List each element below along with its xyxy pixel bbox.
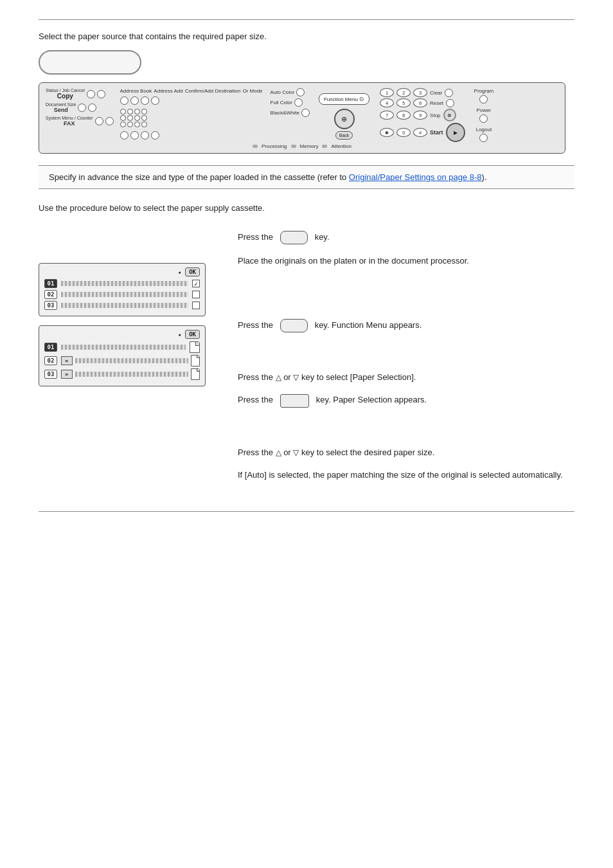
status-label: Status / Job Cancel	[46, 88, 85, 93]
lcd1-row1-check: ✓	[192, 280, 200, 287]
lcd2-diamond-icon: ⬥	[178, 331, 181, 338]
send-circle1[interactable]	[78, 104, 86, 112]
lcd2-ok-btn[interactable]: OK	[185, 330, 200, 339]
lcd2-topbar: ⬥ OK	[44, 330, 200, 339]
back-btn-panel[interactable]: Back	[335, 132, 353, 138]
lcd2-row3-docicon	[191, 368, 200, 380]
procedure-section: ⬥ OK 01 ✓ 02 03	[39, 224, 574, 492]
lcd1-topbar: ⬥ OK	[44, 267, 200, 276]
copy-circle2[interactable]	[97, 90, 105, 98]
confirm-add-label: Confirm/Add Destination	[185, 88, 241, 94]
step7-text: If [Auto] is selected, the paper matchin…	[238, 469, 574, 482]
start-btn[interactable]: ▶	[446, 123, 465, 142]
logout-label: Logout	[476, 127, 492, 132]
sub-btn12[interactable]	[141, 122, 147, 127]
clear-label: Clear	[430, 90, 442, 96]
lcd1-diamond-icon: ⬥	[178, 269, 181, 275]
sub-btn7[interactable]	[134, 115, 140, 121]
lcd2-row3-badge: 03	[44, 370, 57, 379]
program-btn[interactable]	[479, 95, 488, 104]
program-label: Program	[474, 88, 494, 94]
addr-btn3[interactable]	[141, 96, 149, 105]
led-attention	[322, 145, 327, 148]
sub-btn10[interactable]	[127, 122, 133, 127]
fax-label: FAX	[64, 120, 75, 127]
logout-btn[interactable]	[479, 134, 488, 142]
lcd1-ok-btn[interactable]: OK	[185, 267, 200, 276]
func-menu-label: Function Menu	[324, 96, 358, 102]
step3-after: key. Function Menu appears.	[315, 320, 422, 330]
key-4[interactable]: 4	[380, 98, 394, 107]
key-9[interactable]: 9	[413, 111, 427, 120]
lcd2-row3-icon: ≡	[61, 370, 73, 379]
reset-btn[interactable]	[446, 99, 454, 107]
clear-btn[interactable]	[445, 89, 453, 97]
key-1[interactable]: 1	[380, 88, 394, 97]
step3-key	[280, 319, 308, 332]
sub-btn8[interactable]	[141, 115, 147, 121]
key-6[interactable]: 6	[413, 98, 427, 107]
sub-btn1[interactable]	[120, 109, 126, 114]
row3-btn1[interactable]	[120, 131, 129, 140]
intro-text: Select the paper source that contains th…	[39, 32, 574, 41]
procedure-intro: Use the procedure below to select the pa…	[39, 203, 574, 213]
tri-down2-icon: ▽	[293, 448, 299, 457]
led-memory	[291, 145, 296, 148]
key-3[interactable]: 3	[413, 88, 427, 97]
send-circle2[interactable]	[88, 104, 96, 112]
sub-btn11[interactable]	[134, 122, 140, 127]
lcd-screen-1: ⬥ OK 01 ✓ 02 03	[39, 263, 206, 316]
addr-btn2[interactable]	[130, 96, 139, 105]
lcd2-row2-docicon	[191, 355, 200, 366]
power-btn[interactable]	[479, 114, 488, 123]
addr-btn4[interactable]	[151, 96, 159, 105]
memory-label: Memory	[300, 143, 319, 149]
autoclr-label: Auto Color	[271, 89, 295, 95]
step-4: Press the △ or ▽ key to select [Paper Se…	[238, 371, 574, 384]
bw-label: Black&White	[271, 110, 299, 116]
lcd1-row1-badge: 01	[44, 279, 57, 288]
fax-circle2[interactable]	[105, 117, 114, 125]
row3-btn3[interactable]	[141, 131, 149, 140]
stop-btn[interactable]: ⊗	[443, 109, 456, 122]
lcd2-row2-icon: ≡	[61, 356, 73, 365]
copy-circle1[interactable]	[87, 90, 95, 98]
address-add-label: Address Add	[154, 88, 182, 94]
fax-circle1[interactable]	[95, 117, 103, 125]
step-1: Press the key.	[238, 231, 574, 244]
sub-btn4[interactable]	[141, 109, 147, 114]
auto-color-btn[interactable]	[296, 88, 305, 96]
step5-before: Press the	[238, 395, 273, 404]
lcd2-row3: 03 ≡	[44, 368, 200, 380]
key-star[interactable]: ✱	[380, 128, 394, 137]
addr-btn1[interactable]	[120, 96, 129, 105]
stop-label: Stop	[430, 113, 440, 118]
lcd1-row2: 02	[44, 290, 200, 299]
sub-btn5[interactable]	[120, 115, 126, 121]
key-7[interactable]: 7	[380, 111, 394, 120]
key-5[interactable]: 5	[396, 98, 411, 107]
nav-circle[interactable]: ⊕	[334, 109, 355, 129]
lcd-screens: ⬥ OK 01 ✓ 02 03	[39, 263, 218, 492]
step6-text: Press the △ or ▽ key to select the desir…	[238, 446, 574, 459]
sub-btn2[interactable]	[127, 109, 133, 114]
fullclr-label: Full Color	[271, 100, 292, 105]
sub-btn3[interactable]	[134, 109, 140, 114]
function-menu-btn[interactable]: Function Menu ⊙	[319, 93, 369, 105]
full-color-btn[interactable]	[294, 98, 303, 107]
note-link[interactable]: Original/Paper Settings on page 8-8	[349, 172, 482, 182]
row3-btn2[interactable]	[130, 131, 139, 140]
sub-btn9[interactable]	[120, 122, 126, 127]
key-0[interactable]: 0	[396, 128, 411, 137]
key-8[interactable]: 8	[396, 111, 411, 120]
lcd1-row3-bar	[61, 303, 188, 308]
key-2[interactable]: 2	[396, 88, 411, 97]
sub-btn6[interactable]	[127, 115, 133, 121]
row3-btn4[interactable]	[151, 131, 159, 140]
key-hash[interactable]: #	[413, 128, 427, 137]
bw-btn[interactable]	[301, 109, 310, 117]
step-5: Press the key. Paper Selection appears.	[238, 393, 574, 408]
panel-bottom-row: Processing Memory Attention	[46, 143, 558, 149]
lcd2-row1: 01	[44, 341, 200, 353]
lcd2-row2-bar	[75, 358, 188, 363]
